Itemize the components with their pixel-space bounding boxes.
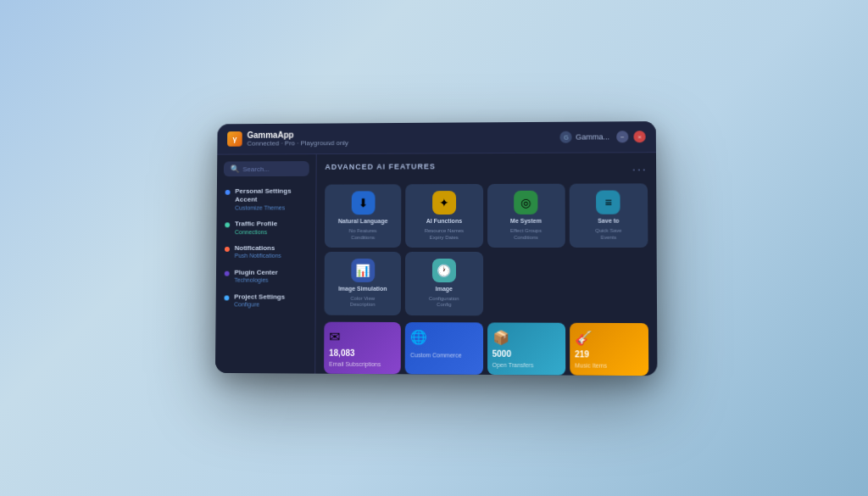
globe-stat-icon: 🌐 — [410, 329, 477, 345]
feature-card-me-system[interactable]: ◎ Me System Effect GroupsConditions — [487, 184, 565, 248]
feature-title: Me System — [510, 218, 542, 225]
sidebar-dot — [225, 270, 230, 276]
gamma-badge-icon: G — [560, 131, 572, 143]
stat-label: Email Subscriptions — [329, 360, 396, 366]
sidebar-item-sub: Push Notifications — [235, 253, 281, 259]
sidebar-item-project[interactable]: Project Settings Configure — [216, 288, 315, 313]
feature-sub: No FeaturesConditions — [349, 228, 377, 240]
minimize-button[interactable]: − — [616, 131, 628, 142]
search-icon: 🔍 — [231, 164, 240, 173]
sidebar-item-sub: Configure — [234, 301, 285, 309]
sidebar-item-title: Plugin Center — [234, 268, 277, 276]
app-title: GammaApp — [248, 130, 349, 140]
stat-value: 219 — [575, 349, 643, 359]
natural-language-icon: ⬇ — [351, 191, 375, 215]
main-area: 🔍 Search... Personal SettingsAccent Cust… — [215, 153, 658, 376]
feature-sub: Resource NamesExpiry Dates — [425, 228, 464, 240]
stat-label: Custom Commerce — [410, 352, 478, 358]
stat-value: 18,083 — [329, 348, 396, 357]
content-area: ADVANCED AI FEATURES ··· ⬇ Natural Langu… — [315, 153, 657, 376]
transfers-stat-icon: 📦 — [492, 329, 560, 346]
stat-label: Music Items — [575, 362, 643, 369]
image-sim-icon: 📊 — [351, 259, 375, 282]
sidebar-dot — [225, 247, 230, 252]
stat-label: Open Transfers — [492, 361, 560, 368]
stat-value: 5000 — [492, 348, 560, 359]
sidebar-item-title: Project Settings — [234, 293, 285, 301]
feature-card-image-sim[interactable]: 📊 Image Simulation Color ViewDescription — [324, 252, 401, 315]
titlebar-left: γ GammaApp Connected · Pro · Playground … — [227, 130, 348, 147]
music-stat-icon: 🎸 — [575, 329, 643, 346]
search-placeholder: Search... — [242, 165, 269, 173]
sidebar-item-title: Personal SettingsAccent — [235, 187, 291, 205]
feature-title: AI Functions — [426, 218, 462, 225]
close-button[interactable]: × — [633, 131, 645, 142]
me-system-icon: ◎ — [514, 191, 537, 215]
feature-title: Image Simulation — [338, 286, 387, 293]
sidebar-dot — [224, 295, 229, 300]
window-controls: − × — [616, 131, 646, 142]
email-stat-icon: ✉ — [329, 328, 396, 344]
sidebar-item-title: Notifications — [235, 244, 281, 253]
stat-card-music[interactable]: 🎸 219 Music Items — [570, 322, 648, 375]
stat-card-transfers[interactable]: 📦 5000 Open Transfers — [487, 322, 565, 375]
titlebar-right: G Gamma... − × — [560, 131, 646, 143]
feature-card-natural-language[interactable]: ⬇ Natural Language No FeaturesConditions — [325, 184, 402, 247]
feature-sub: Color ViewDescription — [350, 296, 376, 308]
features-grid: ⬇ Natural Language No FeaturesConditions… — [324, 183, 648, 315]
sidebar: 🔍 Search... Personal SettingsAccent Cust… — [215, 154, 317, 374]
gamma-badge: G Gamma... — [560, 131, 609, 142]
feature-title: Save to — [598, 218, 619, 225]
ai-functions-icon: ✦ — [432, 191, 456, 215]
sidebar-item-sub: Connections — [235, 229, 277, 236]
feature-sub: Effect GroupsConditions — [510, 228, 542, 240]
titlebar: γ GammaApp Connected · Pro · Playground … — [217, 121, 656, 155]
app-window: γ GammaApp Connected · Pro · Playground … — [215, 121, 658, 376]
sidebar-item-title: Traffic Profile — [235, 220, 277, 228]
app-icon: γ — [227, 131, 242, 147]
section-title: ADVANCED AI FEATURES — [325, 162, 436, 170]
stat-card-email[interactable]: ✉ 18,083 Email Subscriptions — [324, 321, 401, 374]
sidebar-item-sub: Technologies — [234, 277, 277, 284]
feature-card-save[interactable]: ≡ Save to Quick SaveEvents — [569, 183, 648, 247]
sidebar-item-sub: Customize Themes — [235, 204, 291, 211]
stats-grid: ✉ 18,083 Email Subscriptions 🌐 Custom Co… — [324, 321, 648, 376]
sidebar-dot — [225, 223, 230, 228]
search-bar[interactable]: 🔍 Search... — [224, 161, 309, 176]
sidebar-item-traffic[interactable]: Traffic Profile Connections — [216, 215, 315, 240]
image-icon: 🕐 — [432, 259, 456, 282]
more-options-icon[interactable]: ··· — [632, 162, 648, 176]
feature-card-ai-functions[interactable]: ✦ AI Functions Resource NamesExpiry Date… — [405, 184, 482, 248]
app-subtitle: Connected · Pro · Playground only — [247, 139, 348, 148]
save-icon: ≡ — [596, 191, 620, 215]
sidebar-item-plugins[interactable]: Plugin Center Technologies — [216, 265, 315, 289]
feature-card-image[interactable]: 🕐 Image ConfigurationConfig — [405, 252, 482, 315]
app-title-group: GammaApp Connected · Pro · Playground on… — [247, 130, 348, 147]
sidebar-item-personal[interactable]: Personal SettingsAccent Customize Themes — [217, 183, 316, 216]
feature-title: Natural Language — [338, 218, 388, 225]
stat-card-commerce[interactable]: 🌐 Custom Commerce — [405, 322, 483, 375]
feature-sub: Quick SaveEvents — [595, 228, 621, 241]
feature-sub: ConfigurationConfig — [429, 296, 459, 309]
sidebar-item-notifications[interactable]: Notifications Push Notifications — [216, 240, 315, 265]
feature-title: Image — [436, 286, 453, 293]
sidebar-dot — [225, 190, 231, 195]
